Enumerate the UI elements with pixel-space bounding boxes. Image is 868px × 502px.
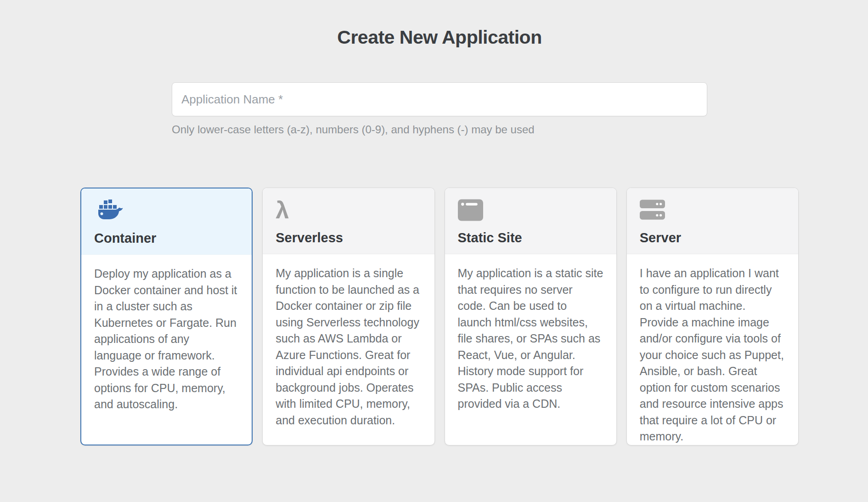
app-type-card-container[interactable]: Container Deploy my application as a Doc…: [80, 188, 253, 445]
lambda-icon: λ: [276, 199, 421, 222]
app-type-title: Serverless: [276, 230, 421, 245]
app-type-title: Container: [94, 231, 239, 246]
app-type-description: I have an application I want to configur…: [640, 265, 785, 445]
card-body: I have an application I want to configur…: [627, 254, 798, 445]
app-type-card-static-site[interactable]: Static Site My application is a static s…: [445, 188, 617, 445]
card-header: λ Serverless: [263, 188, 434, 254]
create-application-page: Create New Application Only lower-case l…: [0, 0, 868, 502]
app-type-card-serverless[interactable]: λ Serverless My application is a single …: [262, 188, 434, 445]
name-rules-helper-text: Only lower-case letters (a-z), numbers (…: [172, 123, 707, 136]
app-type-description: Deploy my application as a Docker contai…: [94, 266, 239, 413]
app-type-title: Server: [640, 230, 785, 245]
app-type-title: Static Site: [458, 230, 603, 245]
card-header: Container: [81, 188, 252, 255]
card-body: My application is a single function to b…: [263, 254, 434, 439]
app-type-description: My application is a single function to b…: [276, 265, 421, 428]
app-type-card-server[interactable]: Server I have an application I want to c…: [626, 188, 799, 445]
card-header: Static Site: [445, 188, 616, 254]
page-title: Create New Application: [80, 27, 799, 48]
card-body: Deploy my application as a Docker contai…: [81, 255, 252, 424]
card-header: Server: [627, 188, 798, 254]
application-name-input[interactable]: [172, 82, 707, 116]
browser-window-icon: [458, 199, 603, 222]
docker-whale-icon: [94, 200, 239, 222]
app-type-description: My application is a static site that req…: [458, 265, 603, 412]
application-name-form: Only lower-case letters (a-z), numbers (…: [172, 82, 707, 136]
app-type-card-row: Container Deploy my application as a Doc…: [80, 188, 799, 445]
card-body: My application is a static site that req…: [445, 254, 616, 423]
server-stack-icon: [640, 199, 785, 222]
content-column: Create New Application Only lower-case l…: [80, 27, 799, 445]
